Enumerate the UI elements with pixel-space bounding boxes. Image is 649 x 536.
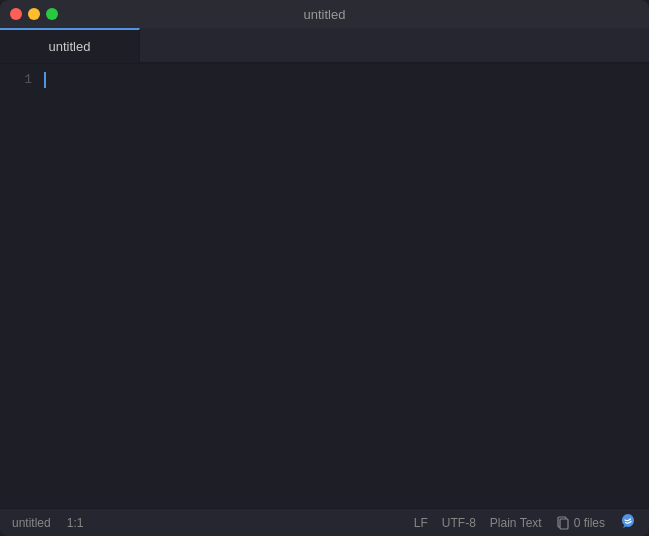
status-right: LF UTF-8 Plain Text 0 files bbox=[414, 512, 637, 534]
status-encoding[interactable]: UTF-8 bbox=[442, 516, 476, 530]
main-content: 1 bbox=[0, 64, 649, 508]
close-button[interactable] bbox=[10, 8, 22, 20]
svg-rect-1 bbox=[560, 519, 568, 529]
files-count: 0 files bbox=[574, 516, 605, 530]
tab-untitled[interactable]: untitled bbox=[0, 28, 140, 63]
maximize-button[interactable] bbox=[46, 8, 58, 20]
status-bar: untitled 1:1 LF UTF-8 Plain Text 0 files bbox=[0, 508, 649, 536]
line-numbers-gutter: 1 bbox=[0, 64, 40, 508]
title-bar: untitled bbox=[0, 0, 649, 28]
status-syntax[interactable]: Plain Text bbox=[490, 516, 542, 530]
tab-bar: untitled bbox=[0, 28, 649, 64]
editor-area[interactable] bbox=[40, 64, 649, 508]
status-cursor-position[interactable]: 1:1 bbox=[67, 516, 84, 530]
status-left: untitled 1:1 bbox=[12, 516, 83, 530]
tab-empty-area bbox=[140, 28, 649, 63]
tab-label: untitled bbox=[49, 39, 91, 54]
sublime-text-icon bbox=[619, 512, 637, 534]
window-title: untitled bbox=[304, 7, 346, 22]
minimize-button[interactable] bbox=[28, 8, 40, 20]
file-icon bbox=[556, 516, 570, 530]
status-line-ending[interactable]: LF bbox=[414, 516, 428, 530]
cursor-line bbox=[44, 70, 649, 90]
status-files[interactable]: 0 files bbox=[556, 516, 605, 530]
line-number-1: 1 bbox=[24, 70, 32, 90]
status-filename[interactable]: untitled bbox=[12, 516, 51, 530]
text-cursor bbox=[44, 72, 46, 88]
window-controls bbox=[10, 8, 58, 20]
